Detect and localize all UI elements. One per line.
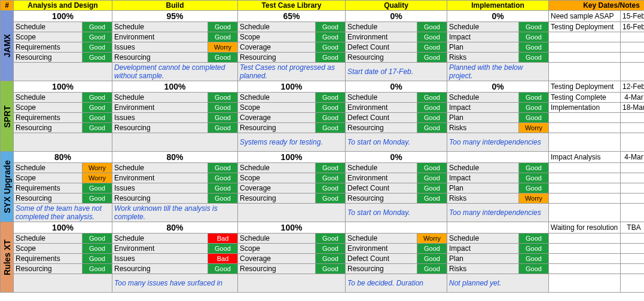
pct-cell: 100%	[238, 152, 346, 163]
status-badge: Good	[83, 254, 112, 264]
project-label: JAMX	[1, 11, 14, 81]
pct-cell	[447, 152, 549, 163]
status-badge: Good	[519, 32, 549, 42]
note-label	[549, 183, 621, 194]
metric-label: Impact	[447, 103, 519, 113]
comment-row: Development cannot be completed without …	[1, 63, 645, 81]
status-badge: Good	[519, 42, 549, 53]
metric-label: Environment	[112, 32, 208, 42]
pct-cell: 100%	[14, 222, 112, 234]
comment-cell: Systems ready for testing.	[238, 133, 346, 152]
pct-cell: 80%	[112, 222, 238, 234]
comment-cell	[14, 274, 112, 293]
status-badge: Good	[316, 183, 346, 194]
metric-label: Impact	[447, 32, 519, 42]
status-badge: Good	[316, 264, 346, 274]
metric-label: Schedule	[447, 22, 519, 32]
status-row: RequirementsGoodIssuesGoodCoverageGoodDe…	[1, 113, 645, 123]
metric-label: Defect Count	[346, 42, 417, 53]
metric-label: Schedule	[346, 234, 417, 244]
metric-label: Coverage	[238, 183, 316, 194]
note-date	[621, 163, 644, 173]
project-label: SYX Upgrade	[1, 152, 14, 222]
status-badge: Good	[83, 22, 112, 32]
pct-cell: 95%	[112, 11, 238, 22]
status-badge: Good	[519, 183, 549, 194]
status-badge: Good	[83, 123, 112, 133]
status-row: ScopeGoodEnvironmentGoodScopeGoodEnviron…	[1, 244, 645, 254]
status-row: RequirementsGoodIssuesWorryCoverageGoodD…	[1, 42, 645, 53]
note-label	[549, 254, 621, 264]
note-date: 18-Mar	[621, 103, 644, 113]
note-label	[549, 113, 621, 123]
comment-cell	[238, 274, 346, 293]
status-badge: Good	[316, 113, 346, 123]
status-badge: Good	[519, 244, 549, 254]
header-hash: #	[1, 1, 14, 11]
metric-label: Environment	[346, 244, 417, 254]
note-date	[621, 32, 644, 42]
metric-label: Environment	[112, 173, 208, 183]
status-row: RequirementsGoodIssuesBadCoverageGoodDef…	[1, 254, 645, 264]
note-date	[621, 274, 644, 293]
note-label	[549, 63, 621, 81]
metric-label: Resourcing	[346, 123, 417, 133]
status-badge: Worry	[417, 234, 447, 244]
metric-label: Environment	[346, 32, 417, 42]
metric-label: Resourcing	[14, 264, 83, 274]
status-badge: Good	[519, 103, 549, 113]
note-date	[621, 123, 644, 133]
metric-label: Resourcing	[14, 194, 83, 204]
note-date	[621, 264, 644, 274]
status-badge: Good	[83, 53, 112, 63]
metric-label: Risks	[447, 53, 519, 63]
header-stage-1: Build	[112, 1, 238, 11]
metric-label: Resourcing	[14, 53, 83, 63]
metric-label: Risks	[447, 194, 519, 204]
metric-label: Schedule	[112, 163, 208, 173]
pct-cell	[346, 222, 447, 234]
metric-label: Requirements	[14, 183, 83, 194]
note-date	[621, 194, 644, 204]
status-badge: Good	[316, 173, 346, 183]
header-row: # Analysis and Design Build Test Case Li…	[1, 1, 645, 11]
status-badge: Good	[316, 93, 346, 103]
status-badge: Good	[208, 113, 238, 123]
status-badge: Good	[316, 163, 346, 173]
status-badge: Good	[417, 254, 447, 264]
metric-label: Coverage	[238, 42, 316, 53]
note-date	[621, 133, 644, 152]
metric-label: Schedule	[346, 22, 417, 32]
metric-label: Schedule	[238, 163, 316, 173]
metric-label: Plan	[447, 42, 519, 53]
note-label: Waiting for resolution	[549, 222, 621, 234]
pct-row: JAMX100%95%65%0%0%Need sample ASAP15-Feb…	[1, 11, 645, 22]
metric-label: Schedule	[112, 22, 208, 32]
status-badge: Good	[316, 53, 346, 63]
metric-label: Resourcing	[238, 53, 316, 63]
note-label: Testing Complete	[549, 93, 621, 103]
status-badge: Good	[316, 32, 346, 42]
status-badge: Good	[208, 264, 238, 274]
metric-label: Schedule	[238, 22, 316, 32]
status-row: ResourcingGoodResourcingGoodResourcingGo…	[1, 194, 645, 204]
status-badge: Worry	[83, 163, 112, 173]
comment-cell: Too many issues have surfaced in	[112, 274, 238, 293]
comment-cell	[14, 133, 112, 152]
status-badge: Good	[519, 264, 549, 274]
pct-cell: 0%	[346, 81, 447, 93]
note-label	[549, 274, 621, 293]
pct-cell: 80%	[14, 152, 112, 163]
metric-label: Issues	[112, 113, 208, 123]
note-date	[621, 204, 644, 222]
status-badge: Good	[208, 103, 238, 113]
pct-cell: 0%	[447, 81, 549, 93]
comment-cell	[14, 63, 112, 81]
status-badge: Good	[417, 123, 447, 133]
pct-cell: 100%	[14, 11, 112, 22]
pct-row: Rules XT100%80%100%Waiting for resolutio…	[1, 222, 645, 234]
comment-cell: Not planned yet.	[447, 274, 549, 293]
note-label: Impact Analysis	[549, 152, 621, 163]
status-badge: Good	[208, 53, 238, 63]
metric-label: Requirements	[14, 42, 83, 53]
